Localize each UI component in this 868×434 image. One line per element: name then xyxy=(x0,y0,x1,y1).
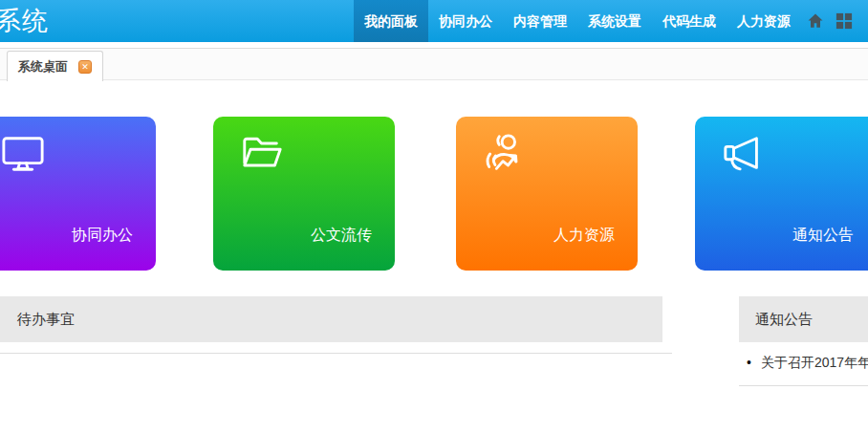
notice-list: 关于召开2017年年 xyxy=(745,353,868,372)
notice-panel-header: 通知公告 xyxy=(739,296,868,342)
tab-system-desktop[interactable]: 系统桌面 ✕ xyxy=(7,51,103,81)
folder-open-icon xyxy=(240,132,284,176)
megaphone-icon xyxy=(722,132,766,176)
main-nav: 我的面板 协同办公 内容管理 系统设置 代码生成 人力资源 xyxy=(354,0,858,42)
nav-content-management[interactable]: 内容管理 xyxy=(503,0,577,42)
grid-icon[interactable] xyxy=(830,0,858,42)
tile-label: 人力资源 xyxy=(553,226,615,246)
tile-notices[interactable]: 通知公告 xyxy=(695,117,868,271)
top-header: 系统 我的面板 协同办公 内容管理 系统设置 代码生成 人力资源 xyxy=(0,0,868,42)
tile-document-flow[interactable]: 公文流传 xyxy=(213,117,395,271)
nav-collaboration[interactable]: 协同办公 xyxy=(428,0,503,42)
notice-divider xyxy=(739,385,868,386)
nav-system-settings[interactable]: 系统设置 xyxy=(577,0,652,42)
nav-human-resources[interactable]: 人力资源 xyxy=(727,0,801,42)
app-title: 系统 xyxy=(0,0,49,42)
running-person-icon xyxy=(483,132,527,176)
nav-code-generation[interactable]: 代码生成 xyxy=(652,0,727,42)
home-icon[interactable] xyxy=(801,0,830,42)
todo-panel-header: 待办事宜 xyxy=(0,296,662,342)
todo-divider xyxy=(0,353,672,354)
tab-label: 系统桌面 xyxy=(18,58,68,76)
tile-label: 通知公告 xyxy=(792,226,854,246)
tab-bar: 系统桌面 ✕ xyxy=(0,48,868,80)
tile-label: 公文流传 xyxy=(311,226,372,246)
tile-label: 协同办公 xyxy=(72,226,133,246)
screen: 系统 我的面板 协同办公 内容管理 系统设置 代码生成 人力资源 系统桌面 ✕ xyxy=(0,0,868,434)
monitor-icon xyxy=(1,132,45,176)
tab-close-icon[interactable]: ✕ xyxy=(78,60,92,74)
nav-my-dashboard[interactable]: 我的面板 xyxy=(354,0,428,42)
notice-item[interactable]: 关于召开2017年年 xyxy=(745,353,868,372)
tile-collaboration[interactable]: 协同办公 xyxy=(0,117,156,271)
tile-human-resources[interactable]: 人力资源 xyxy=(456,117,638,271)
